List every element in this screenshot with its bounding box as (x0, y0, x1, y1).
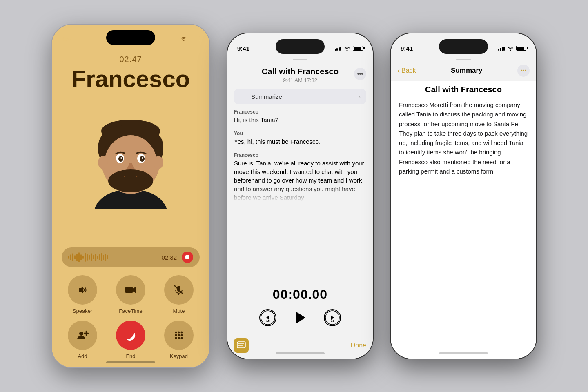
svg-rect-36 (240, 98, 245, 98)
battery-icon-3 (516, 46, 526, 51)
signal-bar-1 (172, 39, 173, 41)
record-stop-button[interactable] (182, 252, 193, 263)
transcript-text-0: Hi, is this Tania? (234, 116, 366, 124)
svg-point-14 (142, 157, 143, 159)
summary-text: Francesco Moretti from the moving compan… (399, 100, 528, 176)
mute-label: Mute (173, 308, 185, 314)
play-button[interactable] (290, 307, 311, 328)
phone-3-frame: 9:41 ‹ Back (390, 33, 537, 359)
svg-point-25 (175, 332, 177, 334)
svg-point-33 (181, 337, 183, 339)
svg-rect-18 (125, 287, 133, 293)
summary-call-title: Call with Francesco (399, 85, 528, 94)
svg-rect-41 (237, 342, 245, 348)
signal-bar-3 (175, 38, 176, 41)
status-time-1: 9:41 (62, 35, 74, 42)
svg-point-11 (118, 156, 123, 162)
memoji-avatar (86, 95, 176, 209)
end-label: End (126, 353, 135, 359)
phone2-bottom: Done (227, 335, 373, 359)
wave-bar (68, 256, 69, 259)
back-button[interactable]: ‹ Back (397, 67, 416, 74)
phone-3-content: 9:41 ‹ Back (391, 33, 536, 359)
transcript-subtitle: 9:41 AM 17:32 (236, 77, 365, 83)
facetime-circle (116, 275, 145, 305)
signal-bars-3 (498, 46, 505, 51)
skip-back-button[interactable]: 15 (259, 309, 276, 326)
summarize-icon (240, 94, 248, 100)
done-button[interactable]: Done (351, 342, 366, 349)
phone-2-content: 9:41 Call with Francesco 9:41 AM (227, 33, 373, 359)
svg-point-12 (140, 156, 145, 162)
home-indicator-2 (276, 352, 325, 354)
svg-point-26 (178, 332, 180, 334)
home-indicator-1 (106, 361, 155, 363)
dynamic-island-1 (106, 30, 155, 45)
record-stop-icon (185, 255, 189, 259)
back-label: Back (401, 67, 416, 74)
mute-circle (164, 275, 194, 305)
more-options-button[interactable]: ••• (354, 68, 366, 80)
add-circle (68, 321, 97, 350)
playback-time: 00:00.00 (273, 287, 327, 302)
speaker-circle (68, 275, 97, 305)
facetime-icon (125, 285, 136, 295)
transcript-scroll: Francesco Hi, is this Tania? You Yes, hi… (227, 109, 373, 283)
transcript-block-2: Francesco Sure is. Tania, we're all read… (234, 152, 366, 202)
end-call-icon (124, 330, 137, 341)
transcript-text-1: Yes, hi, this must be Francesco. (234, 137, 366, 146)
transcript-block-1: You Yes, hi, this must be Francesco. (234, 131, 366, 146)
skip-forward-button[interactable]: 15 (324, 309, 341, 326)
add-contact-icon (76, 330, 89, 341)
svg-rect-35 (240, 96, 248, 96)
playback-controls: 15 15 (259, 307, 341, 328)
speaker-button[interactable]: Speaker (62, 275, 103, 314)
end-circle (116, 321, 145, 350)
phone-1-frame: 9:41 02:47 Francesco (51, 24, 210, 368)
wifi-icon-2 (344, 46, 350, 51)
keypad-label: Keypad (170, 353, 188, 359)
summary-more-button[interactable]: ••• (517, 65, 530, 77)
status-icons-3 (498, 46, 527, 51)
svg-point-32 (178, 337, 180, 339)
svg-point-30 (181, 334, 183, 336)
transcript-speaker-2: Francesco (234, 152, 366, 158)
end-call-button[interactable]: End (110, 321, 151, 359)
keypad-button[interactable]: Keypad (158, 321, 200, 359)
battery-icon-1 (189, 36, 200, 41)
skip-forward-icon: 15 (325, 310, 340, 325)
home-indicator-3 (439, 352, 488, 354)
speaker-label: Speaker (73, 308, 92, 314)
transcript-block-0: Francesco Hi, is this Tania? (234, 109, 366, 124)
status-time-2: 9:41 (237, 45, 249, 52)
speaker-icon (77, 284, 88, 296)
signal-bars-1 (172, 36, 178, 41)
rec-timer: 02:32 (161, 254, 177, 261)
svg-point-31 (175, 337, 177, 339)
signal-bar-2 (173, 38, 174, 41)
mute-button[interactable]: Mute (158, 275, 200, 314)
mute-icon (173, 284, 185, 296)
transcript-icon-button[interactable] (234, 338, 249, 353)
status-time-3: 9:41 (401, 45, 413, 52)
svg-point-16 (98, 156, 108, 169)
call-timer: 02:47 (52, 55, 209, 64)
phone-1-content: 9:41 02:47 Francesco (52, 24, 209, 368)
facetime-button[interactable]: FaceTime (110, 275, 151, 314)
call-controls: Speaker FaceTime (52, 267, 209, 368)
keypad-icon (174, 330, 184, 341)
caller-name: Francesco (52, 66, 209, 92)
svg-rect-34 (240, 94, 242, 94)
status-icons-2 (335, 46, 363, 51)
wifi-icon-3 (507, 46, 514, 51)
add-button[interactable]: Add (62, 321, 103, 359)
transcript-title: Call with Francesco (236, 67, 365, 76)
summary-nav: ‹ Back Summary ••• (391, 60, 536, 81)
transcript-speaker-1: You (234, 131, 366, 136)
signal-bar-4 (177, 37, 178, 41)
bubble-icon (237, 341, 246, 350)
dynamic-island-3 (439, 39, 488, 54)
transcript-speaker-0: Francesco (234, 109, 366, 115)
keypad-circle (164, 321, 194, 350)
summarize-button[interactable]: Summarize › (234, 89, 366, 104)
